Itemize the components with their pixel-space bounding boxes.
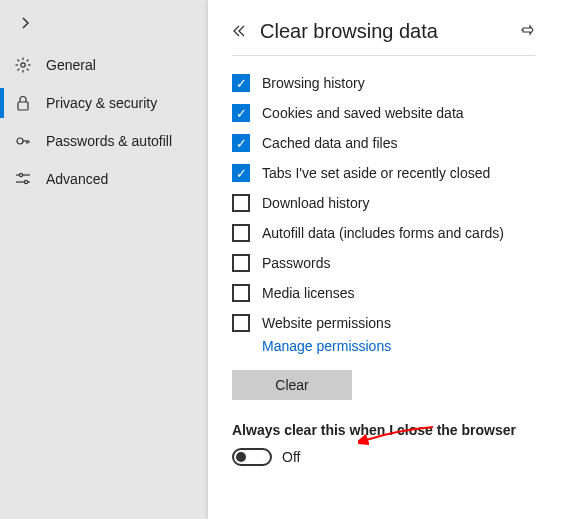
option-label: Media licenses bbox=[262, 285, 355, 301]
sliders-icon bbox=[14, 171, 32, 187]
sidebar-item-label: General bbox=[46, 57, 96, 73]
option-row[interactable]: ✓Cookies and saved website data bbox=[232, 104, 535, 122]
option-label: Cached data and files bbox=[262, 135, 397, 151]
checkbox[interactable] bbox=[232, 194, 250, 212]
sidebar-item-label: Passwords & autofill bbox=[46, 133, 172, 149]
option-row[interactable]: Download history bbox=[232, 194, 535, 212]
sidebar-item-advanced[interactable]: Advanced bbox=[0, 160, 208, 198]
checkbox[interactable] bbox=[232, 254, 250, 272]
option-label: Cookies and saved website data bbox=[262, 105, 464, 121]
settings-panel: Clear browsing data ✓Browsing history✓Co… bbox=[208, 0, 565, 519]
toggle-state-label: Off bbox=[282, 449, 300, 465]
option-label: Browsing history bbox=[262, 75, 365, 91]
option-label: Passwords bbox=[262, 255, 330, 271]
sidebar-item-label: Privacy & security bbox=[46, 95, 157, 111]
back-icon[interactable] bbox=[232, 24, 246, 40]
option-row[interactable]: Passwords bbox=[232, 254, 535, 272]
gear-icon bbox=[14, 57, 32, 73]
svg-point-17 bbox=[24, 180, 27, 183]
sidebar-item-general[interactable]: General bbox=[0, 46, 208, 84]
svg-rect-9 bbox=[18, 102, 28, 110]
panel-title: Clear browsing data bbox=[260, 20, 507, 43]
option-label: Download history bbox=[262, 195, 369, 211]
expand-chevron-icon[interactable] bbox=[0, 10, 208, 46]
panel-header: Clear browsing data bbox=[232, 20, 535, 56]
option-row[interactable]: Website permissions bbox=[232, 314, 535, 332]
option-label: Tabs I've set aside or recently closed bbox=[262, 165, 490, 181]
clear-button[interactable]: Clear bbox=[232, 370, 352, 400]
checkbox[interactable]: ✓ bbox=[232, 164, 250, 182]
svg-line-5 bbox=[18, 60, 20, 62]
svg-line-7 bbox=[18, 69, 20, 71]
checkbox[interactable]: ✓ bbox=[232, 104, 250, 122]
option-row[interactable]: ✓Tabs I've set aside or recently closed bbox=[232, 164, 535, 182]
key-icon bbox=[14, 133, 32, 149]
checkbox[interactable]: ✓ bbox=[232, 74, 250, 92]
settings-sidebar: General Privacy & security Passwords & a… bbox=[0, 0, 208, 519]
option-row[interactable]: ✓Browsing history bbox=[232, 74, 535, 92]
option-label: Autofill data (includes forms and cards) bbox=[262, 225, 504, 241]
always-clear-toggle-row: Off bbox=[232, 448, 535, 466]
always-clear-label: Always clear this when I close the brows… bbox=[232, 422, 535, 438]
lock-icon bbox=[14, 95, 32, 111]
svg-point-15 bbox=[19, 173, 22, 176]
svg-point-0 bbox=[21, 63, 25, 67]
svg-point-10 bbox=[17, 138, 23, 144]
checkbox[interactable] bbox=[232, 284, 250, 302]
sidebar-item-passwords[interactable]: Passwords & autofill bbox=[0, 122, 208, 160]
manage-permissions-link[interactable]: Manage permissions bbox=[262, 338, 535, 354]
checkbox[interactable] bbox=[232, 224, 250, 242]
checkbox[interactable] bbox=[232, 314, 250, 332]
option-row[interactable]: ✓Cached data and files bbox=[232, 134, 535, 152]
sidebar-item-label: Advanced bbox=[46, 171, 108, 187]
pin-icon[interactable] bbox=[521, 23, 535, 40]
option-row[interactable]: Autofill data (includes forms and cards) bbox=[232, 224, 535, 242]
checkbox[interactable]: ✓ bbox=[232, 134, 250, 152]
always-clear-toggle[interactable] bbox=[232, 448, 272, 466]
option-label: Website permissions bbox=[262, 315, 391, 331]
svg-line-8 bbox=[27, 60, 29, 62]
svg-line-6 bbox=[27, 69, 29, 71]
option-row[interactable]: Media licenses bbox=[232, 284, 535, 302]
sidebar-item-privacy[interactable]: Privacy & security bbox=[0, 84, 208, 122]
